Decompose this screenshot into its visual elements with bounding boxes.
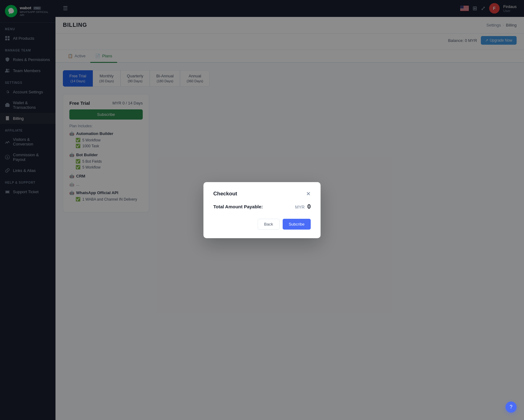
modal-amount: 0: [307, 203, 311, 210]
subcribe-button[interactable]: Subcribe: [283, 219, 311, 230]
modal-close-button[interactable]: ✕: [306, 191, 311, 197]
modal-total-label: Total Amount Payable:: [213, 204, 263, 209]
back-button[interactable]: Back: [258, 219, 280, 230]
modal-title: Checkout: [213, 191, 237, 197]
modal-currency: MYR: [295, 205, 305, 210]
checkout-modal: Checkout ✕ Total Amount Payable: MYR 0 B…: [203, 182, 321, 238]
help-bubble-button[interactable]: ?: [506, 402, 517, 413]
modal-overlay: Checkout ✕ Total Amount Payable: MYR 0 B…: [0, 0, 524, 420]
